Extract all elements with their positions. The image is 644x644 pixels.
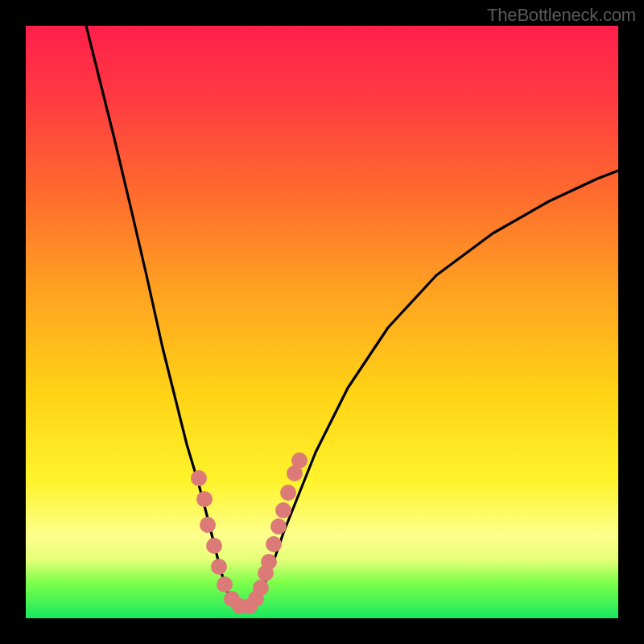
data-marker [261, 554, 277, 570]
data-markers [191, 452, 308, 614]
data-marker [266, 536, 282, 552]
data-marker [275, 502, 291, 518]
watermark-text: TheBottleneck.com [487, 5, 636, 26]
curve-right-branch [250, 171, 618, 605]
data-marker [200, 517, 216, 533]
data-marker [270, 518, 287, 535]
data-marker [206, 538, 222, 554]
data-marker [291, 452, 308, 469]
data-marker [191, 470, 207, 486]
data-marker [253, 580, 269, 596]
data-marker [280, 485, 296, 501]
data-marker [211, 559, 227, 575]
curve-layer [26, 26, 618, 618]
plot-area [26, 26, 618, 618]
data-marker [196, 491, 213, 507]
data-marker [217, 576, 233, 592]
curve-left-branch [86, 26, 239, 605]
chart-frame: TheBottleneck.com [0, 0, 644, 644]
